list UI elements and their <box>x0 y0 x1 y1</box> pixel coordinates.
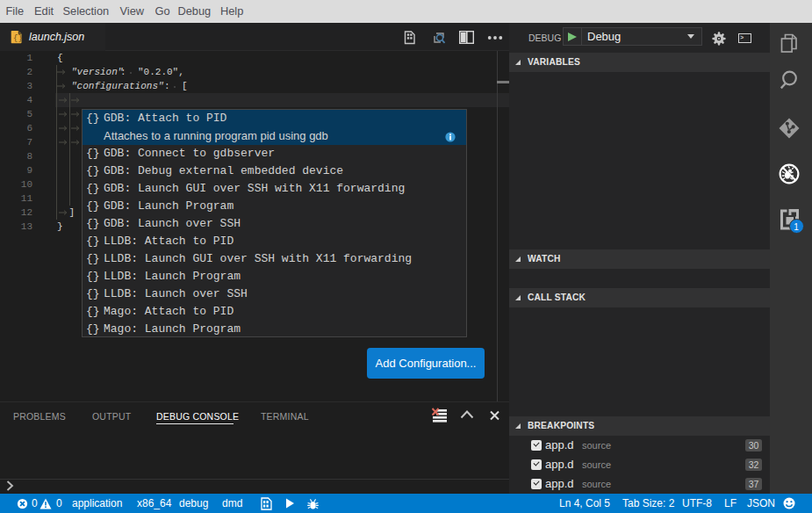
svg-text:{}: {} <box>13 34 23 43</box>
